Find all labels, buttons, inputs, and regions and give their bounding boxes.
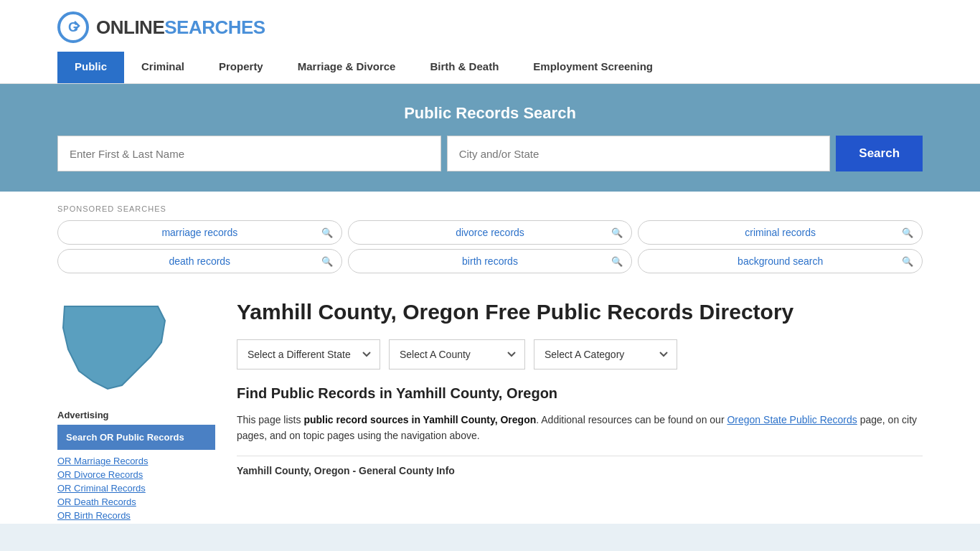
- sidebar-link-2[interactable]: OR Criminal Records: [57, 483, 215, 494]
- state-map: [57, 299, 215, 395]
- sponsored-tag-birth[interactable]: birth records 🔍: [348, 249, 633, 273]
- main-section: Yamhill County, Oregon Free Public Recor…: [237, 285, 923, 524]
- find-title: Find Public Records in Yamhill County, O…: [237, 385, 923, 402]
- sidebar-link-1[interactable]: OR Divorce Records: [57, 469, 215, 480]
- logo-searches: SEARCHES: [164, 17, 265, 39]
- sponsored-grid-2: death records 🔍 birth records 🔍 backgrou…: [57, 249, 923, 273]
- search-banner-title: Public Records Search: [57, 104, 923, 123]
- sidebar-link-4[interactable]: OR Birth Records: [57, 510, 215, 521]
- page-title: Yamhill County, Oregon Free Public Recor…: [237, 299, 923, 325]
- nav-item-property[interactable]: Property: [202, 52, 281, 83]
- sidebar: Advertising Search OR Public Records OR …: [57, 285, 215, 524]
- search-icon-1: 🔍: [321, 227, 333, 238]
- sidebar-link-3[interactable]: OR Death Records: [57, 496, 215, 507]
- sidebar-featured-link[interactable]: Search OR Public Records: [57, 425, 215, 450]
- search-icon-6: 🔍: [902, 256, 913, 267]
- nav-item-marriage-divorce[interactable]: Marriage & Divorce: [281, 52, 413, 83]
- state-select[interactable]: Select a Different State: [237, 339, 380, 369]
- search-icon-2: 🔍: [611, 227, 623, 238]
- selects-row: Select a Different State Select A County…: [237, 339, 923, 369]
- main-nav: Public Criminal Property Marriage & Divo…: [57, 52, 923, 83]
- search-icon-4: 🔍: [321, 256, 333, 267]
- name-input[interactable]: [57, 136, 441, 171]
- county-info-label: Yamhill County, Oregon - General County …: [237, 456, 923, 476]
- search-icon-5: 🔍: [611, 256, 623, 267]
- search-form: Search: [57, 136, 923, 171]
- search-button[interactable]: Search: [836, 136, 923, 171]
- sponsored-grid: marriage records 🔍 divorce records 🔍 cri…: [57, 220, 923, 245]
- location-input[interactable]: [447, 136, 831, 171]
- logo-area: G ONLINE SEARCHES: [57, 11, 923, 43]
- nav-item-employment[interactable]: Employment Screening: [516, 52, 670, 83]
- sponsored-tag-background[interactable]: background search 🔍: [638, 249, 923, 273]
- sponsored-tag-divorce[interactable]: divorce records 🔍: [348, 220, 633, 245]
- description-text: This page lists public record sources in…: [237, 412, 923, 444]
- sponsored-area: SPONSORED SEARCHES marriage records 🔍 di…: [0, 192, 980, 285]
- sponsored-tag-criminal[interactable]: criminal records 🔍: [638, 220, 923, 245]
- search-banner: Public Records Search Search: [0, 84, 980, 192]
- advertising-label: Advertising: [57, 410, 215, 420]
- nav-item-criminal[interactable]: Criminal: [124, 52, 202, 83]
- header: G ONLINE SEARCHES Public Criminal Proper…: [0, 0, 980, 84]
- logo-icon: G: [57, 11, 89, 43]
- logo-online: ONLINE: [96, 17, 164, 39]
- oregon-state-link[interactable]: Oregon State Public Records: [727, 414, 857, 425]
- sponsored-tag-death[interactable]: death records 🔍: [57, 249, 342, 273]
- nav-item-birth-death[interactable]: Birth & Death: [413, 52, 516, 83]
- county-select[interactable]: Select A County: [389, 339, 525, 369]
- sidebar-link-0[interactable]: OR Marriage Records: [57, 456, 215, 466]
- sponsored-tag-marriage[interactable]: marriage records 🔍: [57, 220, 342, 245]
- category-select[interactable]: Select A Category: [534, 339, 677, 369]
- nav-item-public[interactable]: Public: [57, 52, 124, 83]
- page-body: Advertising Search OR Public Records OR …: [0, 285, 980, 524]
- sponsored-label: SPONSORED SEARCHES: [57, 204, 923, 213]
- svg-marker-2: [63, 306, 165, 389]
- search-icon-3: 🔍: [902, 227, 913, 238]
